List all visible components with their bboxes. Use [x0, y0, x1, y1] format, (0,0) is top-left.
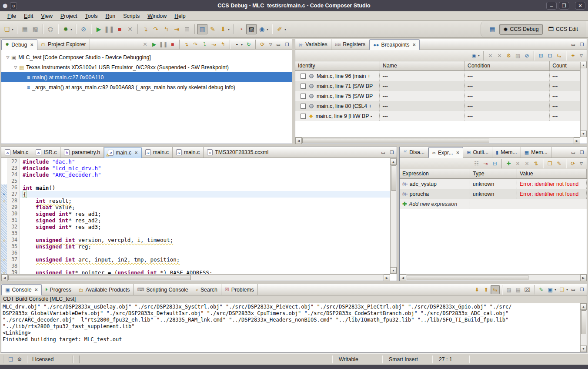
maximize-view-icon[interactable]: ❒	[283, 41, 291, 48]
resume-icon[interactable]: ▶	[94, 24, 104, 34]
editor-vscrollbar[interactable]: ▲ ▼	[390, 158, 397, 274]
column-header-value[interactable]: Value	[517, 169, 587, 178]
tab-main-c[interactable]: .cmain.c✕	[104, 147, 142, 158]
link-with-debug-icon[interactable]: ⇆	[555, 51, 564, 60]
minimize-view-icon[interactable]: ▭	[569, 286, 577, 293]
minimize-view-icon[interactable]: ▭	[379, 149, 387, 156]
breakpoint-row[interactable]: main.c, line 71 [S/W BP---------	[295, 81, 587, 91]
minimize-view-icon[interactable]: ▭	[569, 149, 577, 156]
show-registers-icon[interactable]: ▥	[197, 24, 207, 34]
tab-tms320f28335-ccxml[interactable]: xTMS320F28335.ccxml	[204, 147, 272, 158]
assembly-step-over-icon[interactable]: ↝	[209, 40, 218, 49]
breakpoint-row[interactable]: ◆main.c, line 9 [H/W BP ----------	[295, 111, 587, 121]
window-menu-icon[interactable]: o	[10, 2, 17, 9]
processor-options-icon[interactable]: ▪	[232, 40, 241, 49]
close-tab-icon[interactable]: ✕	[35, 288, 38, 292]
debug-tree-item[interactable]: ≡main() at main.c:27 0x00A110	[1, 72, 292, 82]
skip-all-breakpoints-icon[interactable]: ⊘	[522, 51, 531, 60]
tab-console[interactable]: ▣Console✕	[1, 284, 42, 295]
remove-all-icon[interactable]: ✕	[522, 159, 531, 168]
terminate-icon[interactable]: ■	[114, 24, 125, 34]
step-into-icon[interactable]: ↴	[182, 40, 191, 49]
refresh-icon[interactable]: ⟳	[568, 159, 578, 168]
new-target-icon[interactable]: ◉	[257, 24, 267, 34]
breakpoint-row[interactable]: main.c, line 80 (C$L4 +---------	[295, 101, 587, 111]
trace-icon[interactable]: ▨	[246, 24, 257, 34]
step-over-icon[interactable]: ↷	[191, 40, 200, 49]
tab-outli[interactable]: ⊞Outli...	[463, 147, 492, 158]
editor-hscrollbar[interactable]: ◀ ▶	[1, 274, 390, 281]
maximize-button[interactable]: ❒	[559, 2, 569, 10]
expressions-hscrollbar[interactable]: ◀ ▶	[400, 274, 587, 281]
minimize-view-icon[interactable]: ▭	[569, 41, 577, 48]
menu-run[interactable]: Run	[102, 12, 120, 20]
pin-view-icon[interactable]: ✎	[555, 159, 564, 168]
pin-icon[interactable]: ✎	[207, 24, 218, 34]
column-header-type[interactable]: Type	[470, 169, 517, 178]
maximize-view-icon[interactable]: ❒	[578, 41, 586, 48]
menu-tools[interactable]: Tools	[81, 12, 102, 20]
console-output[interactable]: MLC_drv.obj" "./src/DSP2833x_usDelay.obj…	[1, 303, 580, 352]
refresh-values-icon[interactable]: ⇅	[531, 159, 541, 168]
step-over-icon[interactable]: ↷	[150, 24, 161, 34]
step-into-icon[interactable]: ↴	[140, 24, 150, 34]
disconnect-icon[interactable]: ✕	[125, 24, 135, 34]
tab-mem[interactable]: ▦Mem...	[521, 147, 551, 158]
load-program-dropdown-icon[interactable]: ▾	[228, 27, 230, 31]
column-header-condition[interactable]: Condition	[465, 61, 550, 70]
tab-main-c[interactable]: .cmain.c	[173, 147, 204, 158]
breakpoint-checkbox[interactable]	[301, 114, 306, 119]
tab-debug[interactable]: ✹Debug✕	[1, 39, 37, 50]
menu-edit[interactable]: Edit	[20, 12, 37, 20]
menu-scripts[interactable]: Scripts	[119, 12, 144, 20]
tab-isr-c[interactable]: .cISR.c	[32, 147, 60, 158]
save-all-icon[interactable]: ▩	[30, 24, 40, 34]
assembly-step-into-icon[interactable]: ⤵	[200, 40, 209, 49]
step-return-icon[interactable]: ↰	[161, 24, 171, 34]
scroll-up-icon[interactable]: ⬆	[481, 285, 491, 294]
menu-view[interactable]: View	[37, 12, 57, 20]
tab-problems[interactable]: ☒Problems	[221, 284, 258, 295]
license-status-icon[interactable]: ⚙	[15, 355, 24, 364]
breakpoints-hscrollbar[interactable]: ◀ ▶	[295, 137, 580, 144]
debug-tree-item[interactable]: ≡_args_main() at args_main.c:92 0x00A683…	[1, 82, 292, 92]
lock-console-icon[interactable]: ▤	[514, 285, 523, 294]
tab-progress[interactable]: ⏵Progress	[42, 284, 75, 295]
clear-console-icon[interactable]: ⌧	[523, 285, 532, 294]
close-tab-icon[interactable]: ✕	[456, 151, 460, 155]
load-program-icon[interactable]: ⬇	[218, 24, 228, 34]
view-menu-icon[interactable]: ▽	[578, 54, 585, 58]
pin-console-icon[interactable]: ▨	[504, 285, 514, 294]
step-return-icon[interactable]: ↰	[218, 40, 227, 49]
tab-variables[interactable]: (x)=Variables	[295, 39, 331, 50]
tab-main-c[interactable]: .cmain.c	[142, 147, 173, 158]
tab-registers[interactable]: 1010Registers	[331, 39, 370, 50]
profile-clock-icon[interactable]: ◔	[236, 24, 246, 34]
close-tab-icon[interactable]: ✕	[412, 43, 416, 47]
suspend-icon[interactable]: ❚❚	[159, 40, 168, 49]
tab-breakpoints[interactable]: ●●Breakpoints✕	[369, 39, 420, 50]
format-icon[interactable]: ✐	[274, 24, 285, 34]
run-to-line-icon[interactable]: ⇥	[171, 24, 182, 34]
add-expression-icon[interactable]: ✚	[504, 159, 513, 168]
goto-file-icon[interactable]: ▨	[513, 51, 522, 60]
new-icon[interactable]: ❏	[2, 24, 12, 34]
new-dropdown-icon[interactable]: ▾	[12, 27, 13, 31]
code-editor[interactable]: 22#include "dac.h"23#include "lcd_mlc_dr…	[1, 158, 390, 274]
collapse-all-icon[interactable]: ⊟	[490, 159, 499, 168]
breakpoint-types-icon[interactable]: ✦	[568, 51, 578, 60]
instruction-step-icon[interactable]: ≣	[182, 24, 192, 34]
refresh-icon[interactable]: ⟳	[258, 40, 267, 49]
collapse-all-icon[interactable]: ⊟	[545, 51, 555, 60]
remove-icon[interactable]: ✕	[513, 159, 522, 168]
breakpoints-vscrollbar[interactable]: ▲ ▼	[580, 62, 587, 137]
column-header-expression[interactable]: Expression	[400, 169, 470, 178]
new-breakpoint-icon[interactable]: ◉	[469, 51, 478, 60]
connect-target-icon[interactable]: ⊘	[78, 24, 89, 34]
display-selected-console-dropdown-icon[interactable]: ▾	[555, 288, 556, 292]
format-dropdown-icon[interactable]: ▾	[284, 27, 286, 31]
scroll-down-icon[interactable]: ⬇	[472, 285, 481, 294]
breakpoint-checkbox[interactable]	[301, 84, 306, 89]
tab-mem[interactable]: ▮Mem...	[492, 147, 521, 158]
tab-disa[interactable]: ≝Disa...	[400, 147, 428, 158]
